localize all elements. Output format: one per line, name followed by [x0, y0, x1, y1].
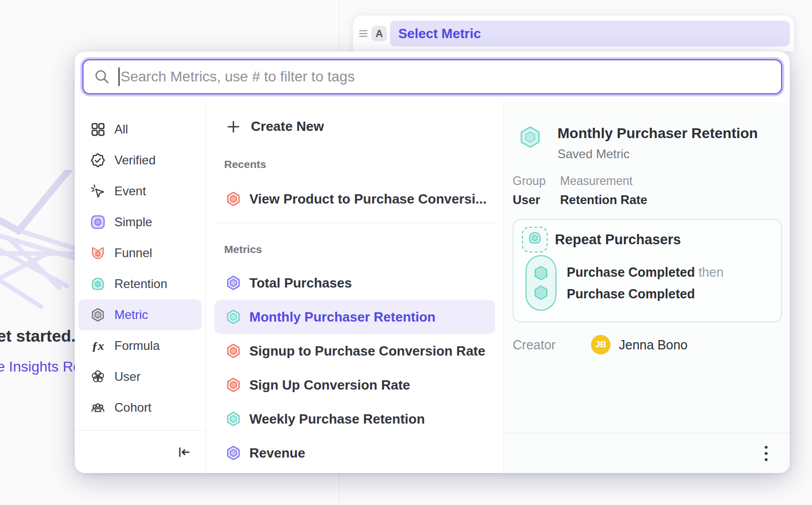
- group-value: User: [513, 193, 548, 207]
- sidebar-item-label: Metric: [114, 308, 148, 322]
- grid-icon: [90, 122, 106, 137]
- metric-item-label: Revenue: [249, 445, 305, 461]
- step-2-event: Purchase Completed: [567, 287, 695, 301]
- creator-name: Jenna Bono: [619, 338, 687, 352]
- retention-metric-icon: [226, 309, 241, 325]
- metric-item-label: Signup to Purchase Conversion Rate: [249, 343, 485, 359]
- create-new-button[interactable]: Create New: [226, 119, 324, 134]
- sidebar-item-label: All: [114, 122, 128, 137]
- sidebar-item-label: User: [114, 369, 141, 384]
- sidebar-item-formula[interactable]: ƒx Formula: [78, 330, 201, 361]
- metric-item-revenue[interactable]: Revenue: [214, 436, 495, 470]
- metric-definition-card: Repeat Purchasers Purchase Completed the…: [513, 219, 782, 323]
- detail-subtitle: Saved Metric: [557, 147, 758, 161]
- sidebar-item-label: Formula: [114, 339, 160, 353]
- metric-item-sign-up-conversion-rate[interactable]: Sign Up Conversion Rate: [214, 368, 495, 402]
- sidebar-item-cohort[interactable]: Cohort: [78, 392, 201, 423]
- sidebar-item-label: Verified: [114, 153, 156, 167]
- event-cursor-icon: [90, 183, 106, 199]
- search-icon: [94, 69, 110, 85]
- metric-row-label-badge: A: [371, 26, 387, 41]
- sidebar-item-event[interactable]: Event: [78, 176, 201, 207]
- sidebar-item-all[interactable]: All: [78, 114, 201, 145]
- drag-handle-icon[interactable]: [358, 28, 368, 39]
- sidebar-item-label: Simple: [114, 215, 152, 229]
- sidebar-item-label: Cohort: [114, 400, 151, 415]
- metrics-header: Metrics: [224, 243, 262, 256]
- verified-badge-icon: [90, 153, 106, 168]
- metric-hexagon-icon: [90, 307, 106, 323]
- sidebar-item-metric[interactable]: Metric: [78, 299, 201, 330]
- metric-item-total-purchases[interactable]: Total Purchases: [214, 266, 495, 300]
- sidebar-item-user[interactable]: User: [78, 361, 201, 392]
- funnel-metric-icon: [226, 191, 241, 207]
- simple-metric-icon: [90, 214, 106, 230]
- user-flower-icon: [90, 369, 106, 384]
- metric-item-signup-to-purchase-conversion-rate[interactable]: Signup to Purchase Conversion Rate: [214, 334, 495, 368]
- sidebar-footer: [75, 430, 206, 473]
- text-cursor: [119, 68, 120, 86]
- metric-item-weekly-purchase-retention[interactable]: Weekly Purchase Retention: [214, 402, 495, 436]
- create-new-label: Create New: [251, 119, 324, 134]
- recent-item[interactable]: View Product to Purchase Conversi...: [214, 182, 495, 216]
- sidebar-item-funnel[interactable]: Funnel: [78, 238, 201, 268]
- behavior-block-icon: [521, 226, 548, 253]
- filter-sidebar: All Verified: [75, 102, 206, 473]
- metric-row-card: A Select Metric: [353, 15, 794, 52]
- detail-title: Monthly Purchaser Retention: [557, 125, 758, 142]
- plus-icon: [226, 119, 241, 134]
- search-input[interactable]: [121, 69, 771, 85]
- metric-item-label: Weekly Purchase Retention: [249, 411, 425, 427]
- cohort-people-icon: [90, 400, 106, 415]
- sidebar-item-simple[interactable]: Simple: [78, 207, 201, 238]
- metric-item-label: Monthly Purchaser Retention: [249, 309, 435, 325]
- group-label: Group: [513, 174, 548, 188]
- sidebar-item-verified[interactable]: Verified: [78, 145, 201, 176]
- step-connector: then: [699, 265, 724, 279]
- metric-item-monthly-purchaser-retention[interactable]: Monthly Purchaser Retention: [214, 300, 495, 334]
- sidebar-item-label: Event: [114, 184, 146, 198]
- metric-list-panel: Create New Recents View Product to Purch…: [206, 102, 504, 473]
- list-divider: [215, 223, 495, 223]
- sequence-capsule: [526, 255, 556, 311]
- step-1-event: Purchase Completed: [567, 265, 695, 279]
- metric-picker-modal: All Verified: [75, 52, 790, 473]
- metric-item-label: Sign Up Conversion Rate: [249, 377, 410, 393]
- measurement-value: Retention Rate: [560, 193, 647, 207]
- formula-icon: ƒx: [90, 338, 106, 354]
- metric-item-label: Total Purchases: [249, 275, 352, 291]
- simple-metric-icon: [226, 445, 241, 461]
- sidebar-item-label: Funnel: [114, 246, 152, 260]
- more-options-icon[interactable]: [762, 445, 770, 462]
- recent-item-label: View Product to Purchase Conversi...: [249, 191, 486, 207]
- insights-report-link[interactable]: e Insights Re: [0, 359, 81, 375]
- get-started-text: et started.: [0, 327, 76, 346]
- funnel-metric-icon: [226, 377, 241, 393]
- simple-metric-icon: [226, 275, 241, 291]
- retention-metric-large-icon: [518, 125, 542, 149]
- definition-title: Repeat Purchasers: [555, 232, 681, 248]
- sidebar-item-retention[interactable]: Retention: [78, 268, 201, 299]
- creator-label: Creator: [513, 338, 591, 352]
- select-metric-button[interactable]: Select Metric: [390, 21, 790, 46]
- funnel-metric-icon: [226, 343, 241, 359]
- search-bar[interactable]: [82, 59, 782, 94]
- creator-avatar: JB: [591, 335, 611, 355]
- sidebar-item-label: Retention: [114, 277, 167, 291]
- recents-header: Recents: [224, 158, 266, 171]
- metric-detail-panel: Monthly Purchaser Retention Saved Metric…: [504, 102, 790, 473]
- collapse-sidebar-icon[interactable]: [177, 445, 191, 459]
- measurement-label: Measurement: [560, 174, 647, 188]
- retention-icon: [90, 276, 106, 292]
- retention-metric-icon: [226, 411, 241, 427]
- detail-footer: [504, 433, 790, 473]
- funnel-icon: [90, 245, 106, 261]
